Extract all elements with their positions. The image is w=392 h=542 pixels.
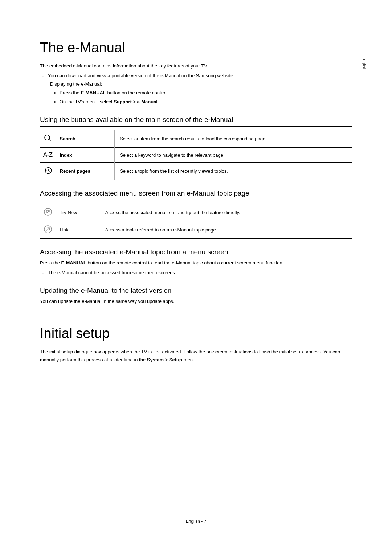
subheading-updating: Updating the e-Manual to the latest vers… [40, 287, 352, 295]
desc-index: Select a keyword to navigate to the rele… [115, 148, 352, 163]
label-search: Search [56, 130, 115, 148]
text-fragment: Press the [60, 90, 81, 95]
table-row: Recent pages Select a topic from the lis… [40, 163, 352, 180]
bold-support: Support [114, 99, 132, 104]
az-icon-text: A-Z [43, 151, 53, 158]
recent-icon [40, 163, 56, 180]
subheading-accessing-emanual-from-menu: Accessing the associated e-Manual topic … [40, 248, 352, 256]
text-fragment: button on the remote control. [106, 90, 168, 95]
desc-recent-pages: Select a topic from the list of recently… [115, 163, 352, 180]
desc-link: Access a topic referred to on an e-Manua… [100, 221, 352, 239]
paragraph-initial-setup: The initial setup dialogue box appears w… [40, 348, 352, 364]
svg-rect-4 [46, 210, 49, 213]
desc-search: Select an item from the search results t… [115, 130, 352, 148]
paragraph-update: You can update the e-Manual in the same … [40, 297, 352, 305]
table-row: Search Select an item from the search re… [40, 130, 352, 148]
subheading-using-buttons: Using the buttons available on the main … [40, 116, 352, 127]
manual-page: English The e-Manual The embedded e-Manu… [0, 0, 392, 542]
table-topic-buttons: Try Now Access the associated menu item … [40, 204, 352, 239]
label-index: Index [56, 148, 115, 163]
text-fragment: . [158, 99, 159, 104]
text-fragment: Press the [40, 260, 61, 266]
text-fragment: button on the remote control to read the… [86, 260, 283, 266]
bold-setup: Setup [169, 357, 182, 362]
text-fragment: On the TV's menu, select [60, 99, 114, 104]
bold-emanual2: E-MANUAL [61, 260, 86, 266]
dash-item-download: You can download and view a printable ve… [42, 71, 352, 80]
text-fragment: menu. [182, 357, 197, 362]
label-recent-pages: Recent pages [56, 163, 115, 180]
bullet-press-emanual: Press the E-MANUAL button on the remote … [60, 89, 352, 98]
language-side-label: English [362, 56, 367, 70]
bold-emanual-menu: e-Manual [137, 99, 158, 104]
az-icon: A-Z [40, 148, 56, 163]
page-footer: English - 7 [0, 519, 392, 524]
try-now-icon [40, 204, 56, 221]
dash-list-2: The e-Manual cannot be accessed from som… [42, 268, 352, 277]
subheading-accessing-menu: Accessing the associated menu screen fro… [40, 189, 352, 200]
svg-line-1 [49, 139, 51, 141]
label-link: Link [56, 221, 100, 239]
table-main-buttons: Search Select an item from the search re… [40, 130, 352, 180]
label-try-now: Try Now [56, 204, 100, 221]
text-fragment: > [164, 357, 169, 362]
table-row: Link Access a topic referred to on an e-… [40, 221, 352, 239]
bullet-tv-menu: On the TV's menu, select Support > e-Man… [60, 98, 352, 107]
dash-item-cannot-access: The e-Manual cannot be accessed from som… [42, 268, 352, 277]
bold-emanual: E-MANUAL [81, 90, 106, 95]
bold-system: System [147, 357, 164, 362]
table-row: Try Now Access the associated menu item … [40, 204, 352, 221]
dash-subtext-displaying: Displaying the e-Manual: [42, 80, 352, 88]
text-fragment: > [132, 99, 137, 104]
dash-list: You can download and view a printable ve… [42, 71, 352, 89]
link-icon [40, 221, 56, 239]
heading-emanual: The e-Manual [40, 40, 352, 56]
search-icon [40, 130, 56, 148]
bullet-list: Press the E-MANUAL button on the remote … [60, 89, 352, 106]
svg-point-0 [45, 135, 50, 140]
table-row: A-Z Index Select a keyword to navigate t… [40, 148, 352, 163]
paragraph-press-emanual: Press the E-MANUAL button on the remote … [40, 259, 352, 267]
intro-paragraph: The embedded e-Manual contains informati… [40, 62, 352, 70]
heading-initial-setup: Initial setup [40, 326, 352, 341]
desc-try-now: Access the associated menu item and try … [100, 204, 352, 221]
